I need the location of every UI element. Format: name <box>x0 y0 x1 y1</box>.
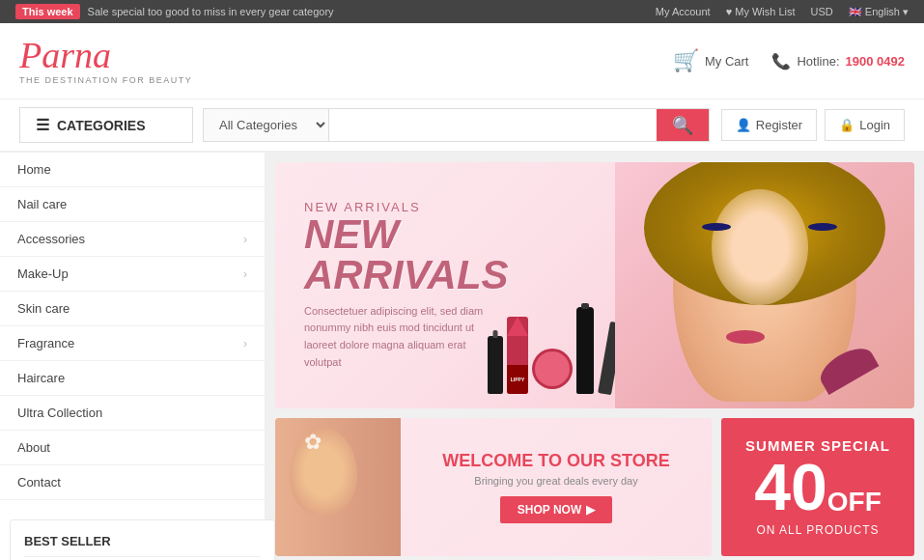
hamburger-icon: ☰ <box>36 116 49 134</box>
welcome-subtitle: Bringing you great deals every day <box>474 475 637 487</box>
hotline-label: Hotline: <box>797 54 839 69</box>
sidebar-item-about[interactable]: About <box>0 431 265 465</box>
banner-description: Consectetuer adipiscing elit, sed diam n… <box>304 303 497 371</box>
summer-subtitle: ON ALL PRODUCTS <box>756 523 879 537</box>
categories-label: CATEGORIES <box>57 118 146 133</box>
header-right: 🛒 My Cart 📞 Hotline: 1900 0492 <box>673 48 905 73</box>
wishlist-link[interactable]: ♥ My Wish List <box>726 6 796 17</box>
sidebar-item-skin-care[interactable]: Skin care <box>0 292 265 326</box>
sidebar-item-fragrance[interactable]: Fragrance› <box>0 326 265 361</box>
promo-text: Sale special too good to miss in every g… <box>88 6 334 17</box>
banner-woman-image <box>615 162 914 408</box>
main-content: Home Nail care Accessories› Make-Up› Ski… <box>0 153 924 560</box>
best-seller-widget: BEST SELLER ‹ black! › <box>10 519 275 560</box>
sidebar-item-home[interactable]: Home <box>0 153 265 187</box>
logo-tagline: THE DESTINATION FOR BEAUTY <box>19 75 192 85</box>
bottom-section: WELCOME TO OUR STORE Bringing you great … <box>275 418 914 556</box>
sidebar-item-contact[interactable]: Contact <box>0 465 265 500</box>
user-icon: 👤 <box>736 118 751 132</box>
nav-bar: ☰ CATEGORIES All Categories 🔍 👤 Register… <box>0 99 924 153</box>
sidebar-menu: Home Nail care Accessories› Make-Up› Ski… <box>0 153 265 500</box>
logo-text: Parna <box>19 37 192 73</box>
product-compact-1 <box>532 349 573 389</box>
sidebar-item-accessories[interactable]: Accessories› <box>0 222 265 257</box>
arrow-right-icon: ▶ <box>586 503 595 517</box>
content-area: NEW ARRIVALS NEWARRIVALS Consectetuer ad… <box>266 153 924 560</box>
summer-off: OFF <box>827 489 882 516</box>
login-button[interactable]: 🔒 Login <box>825 109 905 141</box>
phone-icon: 📞 <box>771 52 791 70</box>
language-select[interactable]: 🇬🇧 English ▾ <box>849 6 909 18</box>
product-mascara-1 <box>576 307 594 394</box>
account-link[interactable]: My Account <box>656 6 711 17</box>
sidebar-item-nail-care[interactable]: Nail care <box>0 187 265 222</box>
category-select[interactable]: All Categories <box>204 109 329 141</box>
sidebar: Home Nail care Accessories› Make-Up› Ski… <box>0 153 266 560</box>
header: Parna THE DESTINATION FOR BEAUTY 🛒 My Ca… <box>0 23 924 99</box>
cart-label: My Cart <box>705 54 749 69</box>
summer-percent: 40 OFF <box>754 454 882 519</box>
auth-buttons: 👤 Register 🔒 Login <box>721 109 905 141</box>
top-bar: This week Sale special too good to miss … <box>0 0 924 23</box>
chevron-right-icon: › <box>243 337 247 350</box>
logo[interactable]: Parna THE DESTINATION FOR BEAUTY <box>19 37 192 85</box>
banner-text: NEW ARRIVALS NEWARRIVALS Consectetuer ad… <box>275 171 538 400</box>
cart-icon: 🛒 <box>673 48 699 73</box>
sidebar-item-makeup[interactable]: Make-Up› <box>0 257 265 292</box>
shop-now-button[interactable]: SHOP NOW ▶ <box>500 496 612 523</box>
sidebar-item-ultra-collection[interactable]: Ultra Collection <box>0 396 265 431</box>
best-seller-title: BEST SELLER <box>24 534 261 557</box>
search-button[interactable]: 🔍 <box>657 109 709 141</box>
search-form: All Categories 🔍 <box>203 108 710 142</box>
summer-special-banner: SUMMER SPECIAL 40 OFF ON ALL PRODUCTS <box>721 418 914 556</box>
banner-arrivals-title: NEWARRIVALS <box>304 214 509 295</box>
chevron-right-icon: › <box>243 267 247 281</box>
cart-button[interactable]: 🛒 My Cart <box>673 48 749 73</box>
hotline: 📞 Hotline: 1900 0492 <box>771 52 905 70</box>
welcome-text: WELCOME TO OUR STORE Bringing you great … <box>401 418 712 556</box>
chevron-right-icon: › <box>243 233 247 246</box>
hotline-number: 1900 0492 <box>846 54 905 69</box>
welcome-title: WELCOME TO OUR STORE <box>442 451 669 471</box>
welcome-banner: WELCOME TO OUR STORE Bringing you great … <box>275 418 712 556</box>
categories-button[interactable]: ☰ CATEGORIES <box>19 107 193 143</box>
top-bar-left: This week Sale special too good to miss … <box>15 4 334 19</box>
search-input[interactable] <box>329 109 657 141</box>
currency-select[interactable]: USD <box>811 6 833 17</box>
sidebar-item-haircare[interactable]: Haircare <box>0 361 265 396</box>
top-bar-right: My Account ♥ My Wish List USD 🇬🇧 English… <box>656 6 909 18</box>
welcome-woman-image <box>275 418 401 556</box>
lock-icon: 🔒 <box>839 118 854 132</box>
hero-banner: NEW ARRIVALS NEWARRIVALS Consectetuer ad… <box>275 162 914 408</box>
register-button[interactable]: 👤 Register <box>721 109 817 141</box>
promo-badge: This week <box>15 4 80 19</box>
